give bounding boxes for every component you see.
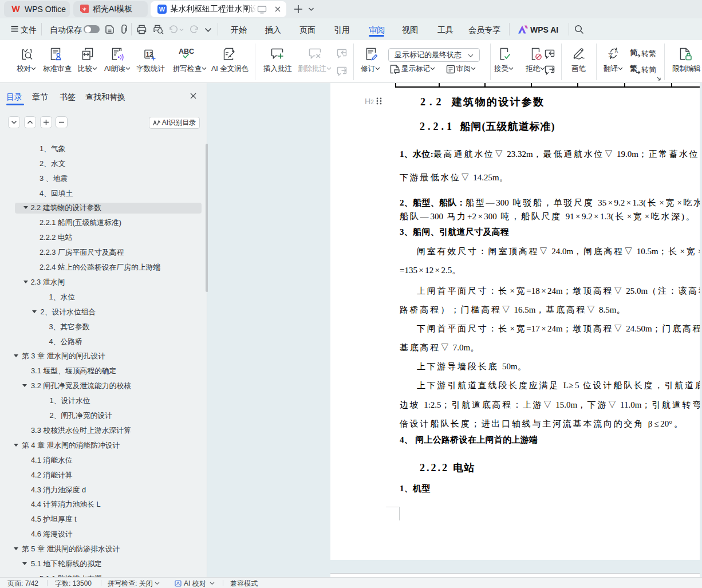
svg-text:ABC: ABC	[179, 48, 194, 56]
svg-text:文: 文	[608, 52, 613, 58]
svg-text:12: 12	[145, 51, 153, 58]
svg-text:A: A	[615, 49, 618, 54]
